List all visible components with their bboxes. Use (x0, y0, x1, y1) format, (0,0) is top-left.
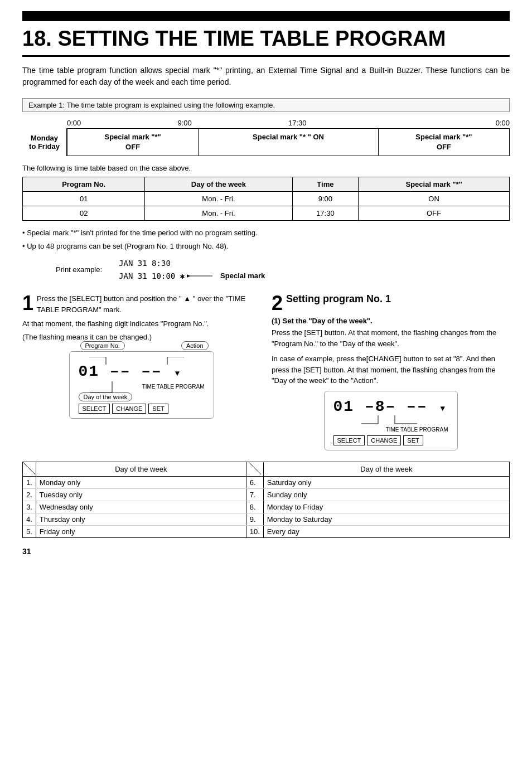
timeline-container: 0:00 9:00 17:30 0:00 Mondayto Friday Spe… (22, 119, 510, 156)
timeline-cell-1: Special mark "* " ON (199, 129, 379, 156)
step1-display-digits: 01 –– –– ▼ (79, 363, 205, 380)
day-num-5: 5. (23, 525, 36, 537)
arrow-svg (187, 272, 215, 280)
cell-day-1: Mon. - Fri. (145, 192, 292, 206)
step1-text1: Press the [SELECT] button and position t… (37, 294, 245, 314)
print-line-2-row: JAN 31 10:00 ✱ Special mark (119, 270, 265, 282)
cell-day-2: Mon. - Fri. (145, 206, 292, 221)
day-row-4: 4. Thursday only 9. Monday to Saturday (23, 513, 509, 525)
step2-btn-set[interactable]: SET (403, 435, 423, 445)
day-num-3: 3. (23, 501, 36, 513)
step1-text2: At that moment, the flashing digit indic… (22, 318, 260, 329)
bullet-1: • Special mark "*" isn't printed for the… (22, 227, 510, 239)
diagonal-svg (23, 462, 35, 474)
day-num-7: 7. (246, 488, 263, 501)
day-table-inner: Day of the week Day of the week 1. Monda… (23, 462, 509, 537)
step2-btn-select[interactable]: SELECT (333, 435, 365, 445)
step1-text3: (The flashing means it can be changed.) (22, 332, 260, 343)
step2-diagram: 01 –8– –– ▼ TIME TABLE PROGRAM SELECT CH… (324, 391, 458, 450)
table-row: 02 Mon. - Fri. 17:30 OFF (23, 206, 510, 221)
diagonal-cell (23, 462, 36, 477)
print-example-label: Print example: (56, 265, 102, 274)
step1-bottom-lines (79, 381, 212, 392)
example-box: Example 1: The time table program is exp… (22, 98, 510, 112)
cell-prog-no-1: 01 (23, 192, 145, 206)
step2-column: 2 Setting program No. 1 (1) Set the "Day… (272, 293, 510, 450)
step1-annot-action: Action (181, 341, 209, 350)
cell-time-2: 17:30 (292, 206, 359, 221)
step1-display-box: 01 –– –– ▼ Day of the week TIME TABLE PR… (69, 351, 214, 419)
svg-marker-1 (187, 274, 190, 278)
bubble-program-no: Program No. (80, 341, 125, 350)
timeline-row: Mondayto Friday Special mark "*"OFF Spec… (67, 128, 510, 156)
bullet-2: • Up to 48 programs can be set (Program … (22, 241, 510, 252)
bullet-list: • Special mark "*" isn't printed for the… (22, 227, 510, 251)
print-example: Print example: JAN 31 8:30 JAN 31 10:00 … (56, 257, 510, 282)
step1-annot-lines (78, 357, 212, 365)
example-label: Example 1: The time table program is exp… (28, 101, 275, 109)
day-num-2: 2. (23, 488, 36, 501)
step1-btn-set[interactable]: SET (148, 404, 168, 414)
cell-mark-2: OFF (359, 206, 510, 221)
step1-buttons-row: SELECT CHANGE SET (79, 404, 205, 414)
day-num-6: 6. (246, 476, 263, 488)
step1-btn-change[interactable]: CHANGE (112, 404, 146, 414)
step1-btn-select[interactable]: SELECT (79, 404, 110, 414)
timeline-labels: 0:00 9:00 17:30 0:00 (67, 119, 510, 127)
timeline-header: Mondayto Friday (22, 128, 67, 156)
step2-buttons-row: SELECT CHANGE SET (333, 435, 448, 445)
row-header: Mondayto Friday (29, 134, 60, 151)
day-num-1: 1. (23, 476, 36, 488)
time-label-3: 0:00 (399, 119, 510, 127)
col-header-program-no: Program No. (23, 177, 145, 192)
two-col-section: 1 Press the [SELECT] button and position… (22, 293, 510, 450)
bubble-action: Action (181, 341, 209, 350)
program-table: Program No. Day of the week Time Special… (22, 177, 510, 221)
day-row-5: 5. Friday only 10. Every day (23, 525, 509, 537)
svg-line-12 (23, 462, 35, 474)
day-num-9: 9. (246, 513, 263, 525)
print-example-lines: JAN 31 8:30 JAN 31 10:00 ✱ Special mark (119, 257, 265, 282)
top-bar (22, 11, 510, 21)
timeline-cell-0: Special mark "*"OFF (67, 129, 199, 156)
diagonal-cell-2 (246, 462, 263, 477)
diagonal-svg-2 (249, 462, 261, 474)
table-row: 01 Mon. - Fri. 9:00 ON (23, 192, 510, 206)
step2-heading: Setting program No. 1 (286, 293, 391, 304)
step2-number: 2 (272, 293, 283, 313)
print-line-2: JAN 31 10:00 ✱ (119, 270, 185, 282)
intro-text: The time table program function allows s… (22, 65, 510, 88)
cell-prog-no-2: 02 (23, 206, 145, 221)
step1-diagram: Program No. Action 01 –– –– ▼ (69, 351, 214, 419)
day-row-3: 3. Wednesday only 8. Monday to Friday (23, 501, 509, 513)
day-label-9: Monday to Saturday (263, 513, 509, 525)
col-header-time: Time (292, 177, 359, 192)
day-label-3: Wednesday only (36, 501, 246, 513)
day-of-week-table: Day of the week Day of the week 1. Monda… (22, 462, 510, 538)
step1-label-day: Day of the week (79, 392, 133, 401)
day-label-10: Every day (263, 525, 509, 537)
page-title: 18. SETTING THE TIME TABLE PROGRAM (22, 27, 510, 51)
col-header-day1: Day of the week (36, 462, 246, 477)
day-label-8: Monday to Friday (263, 501, 509, 513)
step1-bottom-annot: Day of the week TIME TABLE PROGRAM (79, 381, 205, 401)
special-mark-label: Special mark (220, 272, 265, 280)
arrow-annotation: Special mark (187, 272, 265, 280)
step1-header: 1 Press the [SELECT] button and position… (22, 293, 260, 315)
step2-subheading: (1) Set the "Day of the week". (272, 317, 510, 325)
table-header-row: Program No. Day of the week Time Special… (23, 177, 510, 192)
step2-timetable-label: TIME TABLE PROGRAM (333, 426, 448, 433)
day-row-1: 1. Monday only 6. Saturday only (23, 476, 509, 488)
step2-btn-change[interactable]: CHANGE (367, 435, 401, 445)
col-header-day2: Day of the week (263, 462, 509, 477)
day-label-2: Tuesday only (36, 488, 246, 501)
time-label-2: 17:30 (288, 119, 399, 127)
following-text: The following is time table based on the… (22, 164, 510, 172)
step1-display-arrow: ▼ (175, 369, 181, 378)
col-header-special-mark: Special mark "*" (359, 177, 510, 192)
page-number: 31 (22, 547, 510, 556)
day-label-6: Saturday only (263, 476, 509, 488)
step2-display-digits: 01 –8– –– ▼ (333, 398, 448, 415)
svg-line-13 (249, 462, 261, 474)
step2-text2: In case of example, press the[CHANGE] bu… (272, 353, 510, 386)
